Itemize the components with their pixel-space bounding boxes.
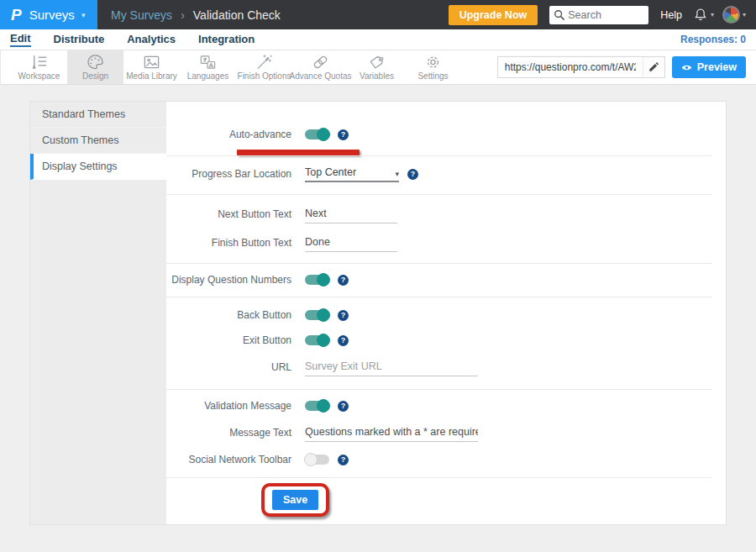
surveys-menu[interactable]: P Surveys ▾ (0, 0, 97, 29)
display-settings-form: Auto-advance ? Progress Bar Location Top… (166, 102, 726, 524)
image-icon (142, 54, 161, 71)
toolbar-item-variables[interactable]: Variables (349, 50, 405, 84)
app-header: P Surveys ▾ My Surveys › Validation Chec… (0, 0, 756, 29)
search-box (549, 6, 648, 24)
help-link[interactable]: Help (660, 9, 682, 21)
help-icon[interactable]: ? (407, 169, 418, 180)
back-button-toggle[interactable] (305, 310, 329, 320)
survey-tabs: Edit Distribute Analytics Integration Re… (0, 29, 756, 50)
sidebar-item-standard-themes[interactable]: Standard Themes (30, 102, 166, 128)
magic-wand-icon (255, 54, 274, 71)
toolbar-item-media-library[interactable]: Media Library (123, 50, 180, 84)
workspace-icon (29, 54, 49, 71)
eye-icon (681, 63, 692, 72)
help-icon[interactable]: ? (338, 310, 349, 321)
setting-row-validation-message: Validation Message ? (166, 395, 711, 417)
sidebar-item-custom-themes[interactable]: Custom Themes (30, 128, 166, 154)
validation-message-toggle[interactable] (305, 401, 329, 411)
annotation-red-box: Save (261, 483, 329, 517)
exit-button-label: Exit Button (166, 334, 291, 346)
toolbar-item-advance-quotas[interactable]: Advance Quotas (292, 50, 349, 84)
bell-icon (693, 8, 708, 23)
auto-advance-toggle[interactable] (305, 129, 329, 139)
back-button-label: Back Button (166, 309, 291, 321)
message-text-label: Message Text (166, 427, 291, 439)
survey-url-input[interactable] (498, 61, 643, 73)
social-network-toolbar-label: Social Network Toolbar (166, 454, 291, 465)
url-label: URL (166, 361, 291, 373)
toolbar-item-languages[interactable]: Languages (180, 50, 236, 84)
finish-button-text-input[interactable] (305, 234, 397, 252)
help-icon[interactable]: ? (338, 335, 349, 346)
validation-message-label: Validation Message (166, 400, 291, 412)
help-icon[interactable]: ? (338, 401, 349, 412)
display-settings-card: Standard Themes Custom Themes Display Se… (29, 101, 727, 525)
breadcrumb-current: Validation Check (193, 8, 281, 22)
exit-button-toggle[interactable] (305, 335, 329, 345)
questionpro-logo-icon: P (11, 6, 22, 24)
sidebar-item-display-settings[interactable]: Display Settings (30, 154, 166, 180)
tab-edit[interactable]: Edit (10, 32, 31, 47)
tab-integration[interactable]: Integration (198, 33, 255, 46)
pencil-icon (648, 61, 659, 73)
chevron-down-icon: ▾ (81, 11, 86, 19)
palette-icon (86, 54, 105, 71)
display-question-numbers-label: Display Question Numbers (166, 274, 291, 286)
tab-distribute[interactable]: Distribute (54, 33, 105, 46)
setting-row-exit-button: Exit Button ? (166, 329, 711, 351)
help-icon[interactable]: ? (338, 275, 349, 286)
tag-icon (367, 54, 386, 71)
setting-row-message-text: Message Text (166, 420, 711, 445)
setting-row-progress-bar-location: Progress Bar Location Top Center ▾ ? (166, 163, 711, 185)
setting-row-display-question-numbers: Display Question Numbers ? (166, 269, 711, 291)
setting-row-social-network-toolbar: Social Network Toolbar ? (166, 449, 711, 471)
breadcrumb-separator: › (181, 8, 185, 22)
translate-icon (198, 54, 218, 71)
chevron-down-icon: ▾ (743, 11, 746, 18)
setting-row-auto-advance: Auto-advance ? (166, 124, 711, 145)
social-network-toolbar-toggle[interactable] (305, 455, 329, 465)
toolbar-item-design[interactable]: Design (67, 50, 123, 84)
breadcrumb: My Surveys › Validation Check (111, 8, 281, 22)
breadcrumb-my-surveys[interactable]: My Surveys (111, 8, 172, 22)
progress-bar-location-select[interactable]: Top Center ▾ (305, 166, 399, 182)
notifications-menu[interactable]: ▾ (693, 8, 714, 23)
message-text-input[interactable] (305, 424, 478, 442)
gear-icon (423, 54, 443, 71)
next-button-text-input[interactable] (305, 206, 397, 223)
edit-toolbar: Workspace Design Media Library Languages… (0, 50, 756, 85)
chevron-down-icon: ▾ (711, 11, 714, 18)
annotation-red-underline (237, 150, 360, 155)
display-question-numbers-toggle[interactable] (305, 275, 329, 285)
save-button[interactable]: Save (272, 490, 318, 510)
survey-exit-url-input[interactable] (305, 359, 478, 376)
responses-count[interactable]: Responses: 0 (680, 34, 746, 45)
next-button-text-label: Next Button Text (166, 208, 291, 220)
avatar (722, 6, 740, 24)
product-label: Surveys (29, 8, 75, 22)
account-menu[interactable]: ▾ (722, 6, 746, 24)
help-icon[interactable]: ? (338, 455, 349, 465)
chevron-down-icon: ▾ (395, 170, 399, 178)
toolbar-item-workspace[interactable]: Workspace (11, 50, 67, 84)
help-icon[interactable]: ? (338, 129, 349, 140)
setting-row-finish-button-text: Finish Button Text (166, 230, 711, 255)
setting-row-exit-url: URL (166, 355, 711, 380)
toolbar-item-settings[interactable]: Settings (405, 50, 461, 84)
tab-analytics[interactable]: Analytics (127, 33, 176, 46)
setting-row-next-button-text: Next Button Text (166, 202, 711, 227)
upgrade-now-button[interactable]: Upgrade Now (449, 5, 538, 25)
chain-links-icon (311, 54, 330, 71)
themes-sidebar: Standard Themes Custom Themes Display Se… (30, 102, 166, 524)
search-icon (554, 9, 565, 21)
edit-url-button[interactable] (643, 57, 664, 77)
toolbar-item-finish-options[interactable]: Finish Options (236, 50, 292, 84)
page-background: Standard Themes Custom Themes Display Se… (0, 101, 756, 552)
finish-button-text-label: Finish Button Text (166, 237, 291, 249)
setting-row-back-button: Back Button ? (166, 304, 711, 326)
progress-bar-location-label: Progress Bar Location (166, 168, 291, 180)
survey-url-box (497, 56, 665, 78)
preview-button[interactable]: Preview (672, 56, 746, 78)
auto-advance-label: Auto-advance (166, 129, 291, 140)
